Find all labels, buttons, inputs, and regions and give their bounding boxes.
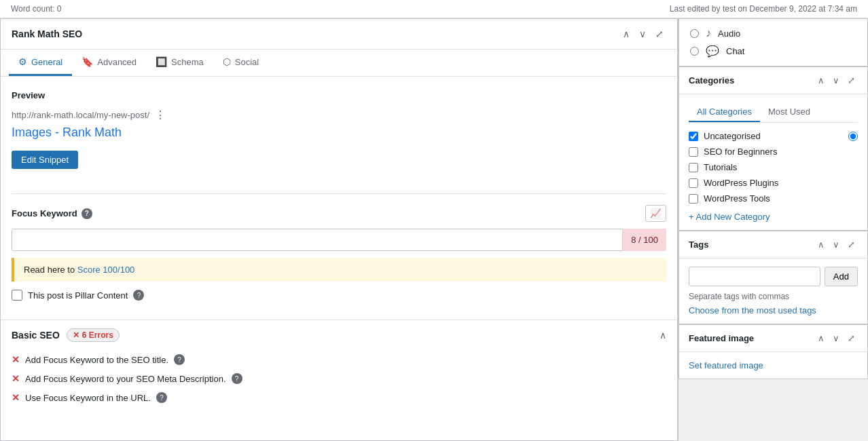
trend-button[interactable]: 📈 bbox=[645, 205, 666, 222]
featured-image-expand-btn[interactable]: ⤢ bbox=[845, 332, 858, 345]
keyword-input[interactable] bbox=[12, 229, 666, 251]
cat-item-wp-tools: WordPress Tools bbox=[689, 193, 858, 204]
featured-image-down-btn[interactable]: ∨ bbox=[830, 332, 842, 345]
featured-image-header: Featured image ∧ ∨ ⤢ bbox=[679, 325, 867, 352]
pillar-content-row: This post is Pillar Content ? bbox=[12, 290, 666, 301]
categories-up-btn[interactable]: ∧ bbox=[815, 74, 827, 87]
rm-expand-btn[interactable]: ⤢ bbox=[653, 27, 666, 41]
gear-icon: ⚙ bbox=[18, 56, 27, 67]
focus-keyword-header: Focus Keyword ? 📈 bbox=[12, 205, 666, 222]
categories-down-btn[interactable]: ∨ bbox=[830, 74, 842, 87]
featured-image-up-btn[interactable]: ∧ bbox=[815, 332, 827, 345]
cat-checkbox-tutorials[interactable] bbox=[689, 163, 698, 172]
focus-keyword-label: Focus Keyword ? bbox=[12, 208, 92, 219]
tags-up-btn[interactable]: ∧ bbox=[815, 238, 827, 251]
tab-schema[interactable]: 🔲 Schema bbox=[146, 50, 213, 76]
post-title-link[interactable]: Images - Rank Math bbox=[12, 126, 666, 140]
featured-image-widget: Featured image ∧ ∨ ⤢ Set featured image bbox=[679, 324, 868, 379]
error-item-2: ✕ Add Focus Keyword to your SEO Meta Des… bbox=[12, 369, 666, 388]
cat-tab-all[interactable]: All Categories bbox=[689, 102, 760, 122]
preview-label: Preview bbox=[12, 90, 666, 100]
cat-checkbox-seo-beginners[interactable] bbox=[689, 147, 698, 157]
schema-icon: 🔲 bbox=[156, 56, 167, 67]
tab-advanced[interactable]: 🔖 Advanced bbox=[72, 50, 146, 76]
last-edited: Last edited by test on December 9, 2022 … bbox=[670, 4, 857, 14]
tags-header: Tags ∧ ∨ ⤢ bbox=[679, 231, 867, 258]
alert-text: Read here to bbox=[24, 265, 77, 275]
featured-image-content: Set featured image bbox=[679, 352, 867, 379]
rm-collapse-up-btn[interactable]: ∧ bbox=[620, 27, 632, 41]
tag-input-row: Add bbox=[689, 267, 858, 286]
cat-radio-uncategorised[interactable] bbox=[848, 132, 858, 141]
basic-seo-collapse-btn[interactable]: ∧ bbox=[659, 330, 666, 341]
error-list: ✕ Add Focus Keyword to the SEO title. ? … bbox=[1, 350, 677, 418]
error-count: 6 Errors bbox=[82, 330, 113, 340]
format-audio-label: Audio bbox=[718, 28, 740, 39]
rm-controls: ∧ ∨ ⤢ bbox=[620, 27, 666, 41]
cat-checkbox-wp-tools[interactable] bbox=[689, 194, 698, 204]
rm-tabs: ⚙ General 🔖 Advanced 🔲 Schema ⬡ Social bbox=[1, 50, 677, 77]
tab-social[interactable]: ⬡ Social bbox=[213, 50, 268, 76]
pillar-content-checkbox[interactable] bbox=[12, 290, 22, 301]
format-chat-radio[interactable] bbox=[690, 47, 699, 56]
format-chat-label: Chat bbox=[726, 46, 744, 56]
top-bar: Word count: 0 Last edited by test on Dec… bbox=[0, 0, 868, 18]
rank-math-header: Rank Math SEO ∧ ∨ ⤢ bbox=[1, 19, 677, 50]
tag-separator-text: Separate tags with commas bbox=[689, 292, 858, 301]
url-menu-button[interactable]: ⋮ bbox=[155, 109, 166, 121]
tab-social-label: Social bbox=[235, 57, 259, 67]
tags-down-btn[interactable]: ∨ bbox=[830, 238, 842, 251]
tab-general[interactable]: ⚙ General bbox=[9, 50, 72, 76]
tab-schema-label: Schema bbox=[171, 57, 204, 67]
tags-content: Add Separate tags with commas Choose fro… bbox=[679, 258, 867, 324]
error-help-1[interactable]: ? bbox=[174, 354, 185, 365]
error-text-1: Add Focus Keyword to the SEO title. bbox=[25, 355, 168, 365]
format-item-audio[interactable]: ♪ Audio bbox=[690, 27, 856, 39]
categories-content: All Categories Most Used Uncategorised S… bbox=[679, 94, 867, 230]
cat-tab-most-used[interactable]: Most Used bbox=[760, 102, 818, 122]
categories-expand-btn[interactable]: ⤢ bbox=[845, 74, 858, 87]
focus-keyword-section: Focus Keyword ? 📈 8 / 100 Read here to S… bbox=[1, 193, 677, 320]
add-new-category-link[interactable]: + Add New Category bbox=[689, 212, 770, 222]
cat-label-uncategorised: Uncategorised bbox=[704, 131, 761, 141]
tags-title: Tags bbox=[689, 239, 708, 250]
preview-url: http://rank-math.local/my-new-post/ bbox=[12, 110, 149, 120]
cat-checkbox-wp-plugins[interactable] bbox=[689, 178, 698, 188]
format-audio-radio[interactable] bbox=[690, 29, 699, 38]
right-sidebar: ♪ Audio 💬 Chat Categories ∧ ∨ ⤢ bbox=[678, 18, 868, 441]
x-icon: ✕ bbox=[73, 330, 79, 340]
social-icon: ⬡ bbox=[223, 56, 231, 67]
focus-keyword-help-icon[interactable]: ? bbox=[82, 208, 92, 219]
set-featured-image-link[interactable]: Set featured image bbox=[689, 360, 763, 370]
pillar-help-icon[interactable]: ? bbox=[133, 290, 144, 301]
categories-controls: ∧ ∨ ⤢ bbox=[815, 74, 858, 87]
tag-input[interactable] bbox=[689, 267, 820, 286]
error-help-2[interactable]: ? bbox=[232, 373, 242, 384]
featured-image-title: Featured image bbox=[689, 333, 754, 343]
tag-add-button[interactable]: Add bbox=[825, 267, 858, 286]
cat-checkbox-uncategorised[interactable] bbox=[689, 132, 698, 141]
error-badge: ✕ 6 Errors bbox=[67, 328, 120, 342]
cat-label-wp-plugins: WordPress Plugins bbox=[704, 178, 778, 188]
score-link[interactable]: Score 100/100 bbox=[77, 265, 135, 275]
main-layout: Rank Math SEO ∧ ∨ ⤢ ⚙ General 🔖 Advanced… bbox=[0, 18, 868, 441]
error-help-3[interactable]: ? bbox=[156, 392, 167, 403]
categories-header: Categories ∧ ∨ ⤢ bbox=[679, 67, 867, 94]
error-x-icon-1: ✕ bbox=[12, 354, 20, 365]
error-x-icon-3: ✕ bbox=[12, 392, 20, 403]
cat-item-tutorials: Tutorials bbox=[689, 162, 858, 172]
category-tabs: All Categories Most Used bbox=[689, 102, 858, 123]
categories-title: Categories bbox=[689, 75, 734, 85]
cat-item-seo-beginners: SEO for Beginners bbox=[689, 147, 858, 157]
tags-expand-btn[interactable]: ⤢ bbox=[845, 238, 858, 251]
pillar-content-label[interactable]: This post is Pillar Content bbox=[28, 290, 128, 301]
edit-snippet-button[interactable]: Edit Snippet bbox=[12, 151, 78, 169]
post-format-section: ♪ Audio 💬 Chat bbox=[679, 18, 868, 66]
alert-box: Read here to Score 100/100 bbox=[12, 258, 666, 282]
format-item-chat[interactable]: 💬 Chat bbox=[690, 45, 856, 58]
url-row: http://rank-math.local/my-new-post/ ⋮ bbox=[12, 109, 666, 121]
audio-icon: ♪ bbox=[706, 27, 711, 39]
rm-collapse-down-btn[interactable]: ∨ bbox=[636, 27, 649, 41]
keyword-score: 8 / 100 bbox=[622, 229, 666, 251]
most-used-tags-link[interactable]: Choose from the most used tags bbox=[689, 305, 816, 315]
